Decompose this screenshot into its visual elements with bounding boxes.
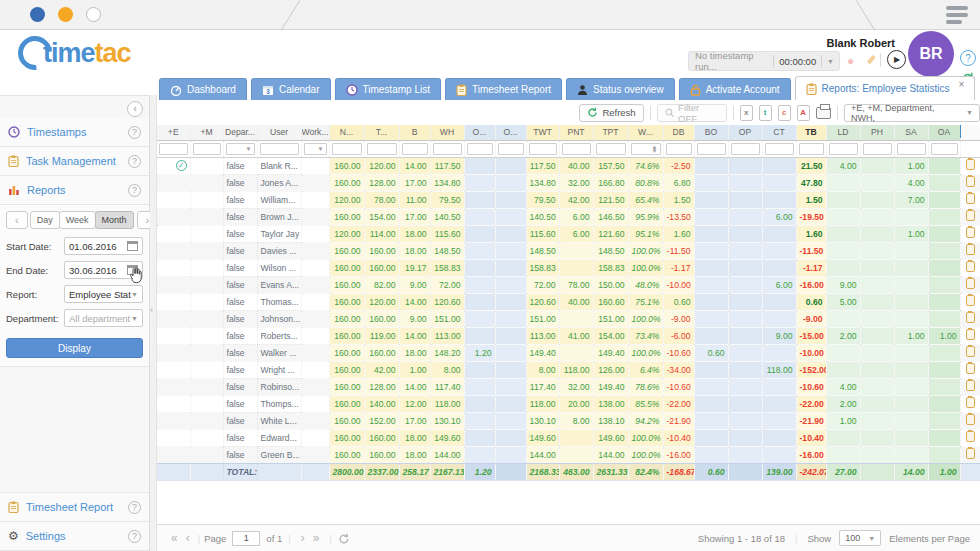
help-icon[interactable]: ? <box>960 50 976 66</box>
row-timesheet-icon[interactable] <box>966 312 975 323</box>
column-header-m[interactable]: +M <box>190 125 223 140</box>
traffic-light-orange[interactable] <box>58 7 73 22</box>
tab-reports-employee-statistics[interactable]: Reports: Employee Statistics× <box>795 76 976 100</box>
row-timesheet-icon[interactable] <box>966 431 975 442</box>
prev-page-icon[interactable]: ‹ <box>186 531 190 545</box>
table-row[interactable]: falseDavies ...160.00160.0018.00148.5014… <box>157 242 980 259</box>
timer-chevron-down-icon[interactable]: ▼ <box>827 58 839 65</box>
filter-input-sa[interactable] <box>897 143 926 155</box>
filter-input-o1[interactable] <box>467 143 493 155</box>
last-page-icon[interactable]: » <box>313 531 320 545</box>
start-date-field[interactable]: 01.06.2016 <box>64 237 143 255</box>
table-row[interactable]: falseRoberts...160.00119.0014.00113.0011… <box>157 327 980 344</box>
tab-activate-account[interactable]: Activate Account <box>679 78 791 100</box>
column-header-wh[interactable]: WH <box>430 125 464 140</box>
column-header-tb[interactable]: TB <box>796 125 826 140</box>
refresh-button[interactable]: Refresh <box>579 104 643 122</box>
page-input[interactable]: 1 <box>232 531 260 546</box>
column-header-ct[interactable]: CT <box>762 125 796 140</box>
table-row[interactable]: falseWright ...160.0042.001.008.008.0011… <box>157 361 980 378</box>
columns-dropdown[interactable]: +E, +M, Department, NWH, ▼ <box>844 104 980 122</box>
help-icon[interactable]: ? <box>128 530 141 543</box>
column-header-op[interactable]: OP <box>728 125 762 140</box>
panel-divider[interactable]: ‹ <box>150 95 157 551</box>
column-header-work[interactable]: Work... <box>301 125 329 140</box>
filter-input-t[interactable] <box>367 143 397 155</box>
calendar-picker-icon[interactable] <box>127 241 138 251</box>
row-timesheet-icon[interactable] <box>966 380 975 391</box>
filter-input-ld[interactable] <box>829 143 858 155</box>
export-pdf-icon[interactable]: A <box>797 105 810 121</box>
filter-input-tb[interactable] <box>799 143 824 155</box>
row-timesheet-icon[interactable] <box>966 193 975 204</box>
filter-input-db[interactable] <box>666 143 692 155</box>
filter-input-op[interactable] <box>731 143 760 155</box>
help-icon[interactable]: ? <box>128 501 141 514</box>
period-button-month[interactable]: Month <box>95 211 134 229</box>
sidebar-collapse-icon[interactable]: ‹ <box>127 101 143 117</box>
row-timesheet-icon[interactable] <box>966 210 975 221</box>
close-icon[interactable]: × <box>958 79 964 90</box>
filter-input-o2[interactable] <box>498 143 524 155</box>
column-header-twt[interactable]: TWT <box>526 125 559 140</box>
first-page-icon[interactable]: « <box>171 531 178 545</box>
column-header-o1[interactable]: O... <box>464 125 495 140</box>
period-button-week[interactable]: Week <box>59 211 96 229</box>
column-header-b[interactable]: B <box>399 125 430 140</box>
filter-input-ph[interactable] <box>863 143 892 155</box>
column-header-tpt[interactable]: TPT <box>593 125 628 140</box>
filter-off-button[interactable]: Filter OFF <box>657 104 727 122</box>
row-timesheet-icon[interactable] <box>966 227 975 238</box>
filter-input-n[interactable] <box>332 143 362 155</box>
print-icon[interactable] <box>816 107 831 119</box>
filter-input-ct[interactable] <box>765 143 794 155</box>
row-timesheet-icon[interactable] <box>966 176 975 187</box>
table-row[interactable]: falseThomas...160.00120.0014.00120.60120… <box>157 293 980 310</box>
table-row[interactable]: falseThomps...160.00140.0012.00118.00118… <box>157 395 980 412</box>
column-header-act[interactable] <box>960 125 980 140</box>
column-header-sa[interactable]: SA <box>894 125 928 140</box>
sidebar-item-settings[interactable]: ⚙Settings? <box>0 522 149 551</box>
row-timesheet-icon[interactable] <box>966 244 975 255</box>
filter-input-tpt[interactable] <box>596 143 626 155</box>
table-row[interactable]: falseJohnson...160.00160.009.00151.00151… <box>157 310 980 327</box>
column-header-db[interactable]: DB <box>663 125 694 140</box>
row-timesheet-icon[interactable] <box>966 397 975 408</box>
filter-input-user[interactable] <box>260 143 299 155</box>
sidebar-item-reports[interactable]: Reports? <box>0 176 149 205</box>
table-row[interactable]: ✓falseBlank R...160.00120.0014.00117.501… <box>157 157 980 174</box>
column-header-t[interactable]: T... <box>364 125 399 140</box>
filter-input-b[interactable] <box>402 143 428 155</box>
play-timer-button[interactable]: ▶ <box>887 50 906 69</box>
department-select[interactable]: All department▼ <box>64 309 143 327</box>
table-row[interactable]: falseEvans A...160.0082.009.0072.0072.00… <box>157 276 980 293</box>
timer-widget[interactable]: No timestamp run... 00:00:00 ▼ <box>688 51 840 71</box>
avatar[interactable]: BR <box>908 31 954 77</box>
filter-input-dept[interactable]: ▼ <box>226 143 255 155</box>
filter-input-pnt[interactable] <box>562 143 591 155</box>
panel-collapse-icon[interactable]: ‹ <box>150 305 153 315</box>
column-header-user[interactable]: User <box>257 125 301 140</box>
filter-input-oa[interactable] <box>931 143 958 155</box>
row-timesheet-icon[interactable] <box>966 278 975 289</box>
table-row[interactable]: falseGreen B...160.00160.0018.00144.0014… <box>157 446 980 463</box>
tab-calendar[interactable]: 3Calendar <box>251 78 331 100</box>
traffic-light-white[interactable] <box>86 7 101 22</box>
tab-timestamp-list[interactable]: Timestamp List <box>335 78 441 100</box>
filter-input-m[interactable] <box>193 143 221 155</box>
traffic-light-blue[interactable] <box>30 7 45 22</box>
filter-input-e[interactable] <box>159 143 188 155</box>
column-header-n[interactable]: N... <box>329 125 364 140</box>
period-prev-button[interactable]: ‹ <box>6 211 28 229</box>
sidebar-item-timestamps[interactable]: Timestamps? <box>0 118 149 147</box>
row-timesheet-icon[interactable] <box>966 414 975 425</box>
row-timesheet-icon[interactable] <box>966 346 975 357</box>
export-xls-icon[interactable]: x <box>740 105 753 121</box>
row-timesheet-icon[interactable] <box>966 329 975 340</box>
reload-grid-icon[interactable] <box>338 533 350 545</box>
table-row[interactable]: falseJones A...160.00128.0017.00134.8013… <box>157 174 980 191</box>
tab-status-overview[interactable]: Status overview <box>566 78 675 100</box>
table-row[interactable]: falseTaylor Jay120.00114.0018.00115.6011… <box>157 225 980 242</box>
column-header-ld[interactable]: LD <box>826 125 860 140</box>
column-header-e[interactable]: +E <box>157 125 190 140</box>
